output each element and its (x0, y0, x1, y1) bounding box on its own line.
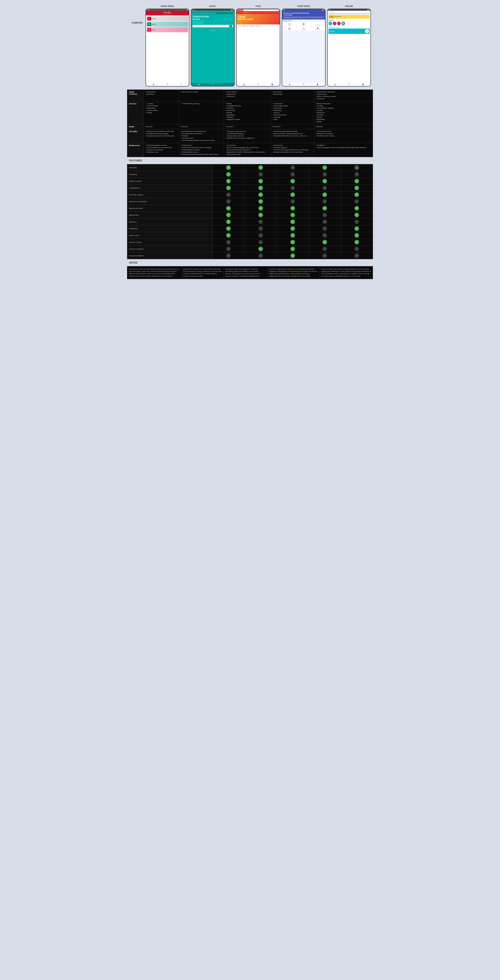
oscar-address: Your address (328, 11, 370, 13)
yh-status: 📶🔋 (322, 10, 324, 11)
app-column-oscar: OSCAR 00:50 📶🔋 Your address 🔍 Quick look (327, 5, 371, 86)
dr-nav: 🏠 🔍 🛒 (146, 83, 189, 86)
feature-label-10: Gamifi- cation (127, 232, 213, 239)
check-green-icon: ✓ (354, 226, 359, 231)
check-green-icon: ✓ (322, 165, 327, 170)
fixo-nav-search: 🔍 (257, 84, 259, 86)
feature-cell-3-2: ✕ (277, 185, 309, 191)
yh-search[interactable]: 🔍 Procure here (283, 16, 324, 19)
feature-cell-13-3: ✕ (309, 252, 341, 259)
oscar-search-placeholder: Quick look (330, 13, 334, 14)
yh-icon-construcao: 🏗️ (283, 23, 296, 25)
check-green-icon: ✓ (290, 247, 295, 251)
feature-cell-10-4: ✓ (341, 232, 373, 239)
dr-nav-home: 🏠 (152, 84, 154, 86)
dr-time: 00:29 (147, 9, 149, 11)
model-yourhero: Freemium+ (271, 124, 314, 129)
check-green-icon: ✓ (290, 220, 295, 224)
feature-cell-1-1: ✕ (244, 171, 276, 178)
fixo-cat-empresas: 🏢 Empresas (249, 25, 255, 27)
oscar-promo-text2: get 1 free! (329, 17, 369, 18)
services-oscar: Beauty, bathrooms AC fixing Security/Ala… (314, 102, 373, 124)
cross-gray-icon: ✕ (259, 240, 263, 244)
feature-cell-0-2: ✕ (277, 164, 309, 171)
fixo-search[interactable]: Onde mora? (243, 10, 279, 11)
feature-cell-4-4: ✓ (341, 191, 373, 198)
oscar-screen: 00:50 📶🔋 Your address 🔍 Quick look Compl… (328, 9, 370, 86)
features-row-3: In-app payment✓✓✕✕✓ (127, 185, 373, 191)
dr-card-icon-1: 🧹 (147, 17, 151, 21)
yh-service-construcao: 🏗️Construção (283, 22, 296, 26)
oscar-cat-laundry: 👕 Laundry (341, 22, 345, 26)
fixo-header: △ FIXO Onde mora? (237, 9, 279, 11)
oscar-promo: Complete 5 services and get 1 free! (329, 15, 370, 19)
services-label: Services (127, 102, 144, 124)
feature-cell-9-2: ✓ (277, 225, 309, 232)
check-green-icon: ✓ (290, 192, 295, 197)
yh-header-bar: 00:48 📶🔋 (282, 9, 325, 11)
feature-cell-8-4: ✕ (341, 218, 373, 225)
app-name-dona-rosa: DONA ROSA (161, 5, 174, 7)
feature-cell-4-3: ✓ (309, 191, 341, 198)
notes-label: NOTES (129, 261, 138, 264)
check-green-icon: ✓ (290, 213, 295, 217)
page-container: Target Personas COMPANY DONA ROSA 00:29 … (125, 0, 375, 281)
feature-cell-10-2: ✓ (277, 232, 309, 239)
phone-mockup-easly: 14:16 📶🔋 ⚠️ Conheça o cartão presente ea… (191, 9, 235, 86)
notes-yourhero: YourHero is generally structured and spe… (267, 266, 320, 279)
check-green-icon: ✓ (226, 172, 231, 177)
features-row-12: customer marketing✕✓✓✕✕ (127, 246, 373, 252)
cross-gray-icon: ✕ (290, 165, 295, 170)
services-easly: Home/building cleaning (179, 102, 224, 124)
feature-cell-9-4: ✓ (341, 225, 373, 232)
feature-cell-5-3: ✕ (309, 198, 341, 205)
oscar-nav-profile: 👤 (362, 84, 364, 86)
model-row: Model Freemium Freemium Freemium+ Freemi… (127, 124, 373, 129)
cross-gray-icon: ✕ (354, 253, 359, 258)
easly-nav-profile: 👤 (226, 84, 228, 86)
target-personas-yourhero: Pet owners Busy people (271, 90, 314, 102)
feature-cell-12-1: ✓ (244, 246, 276, 252)
oscar-cleaning-banner: Cleaning 🧹 (329, 29, 370, 34)
features-row-13: Telecommunications✕✕✓✕✕ (127, 252, 373, 259)
check-green-icon: ✓ (259, 247, 263, 251)
feature-cell-9-1: ✕ (244, 225, 276, 232)
feature-cell-0-0: ✓ (213, 164, 244, 171)
oscar-search[interactable]: 🔍 Quick look (329, 13, 370, 14)
model-dona-rosa: Freemium (144, 124, 179, 129)
feature-cell-12-4: ✕ (341, 246, 373, 252)
notes-table: Dona Rosa services are specifically orie… (127, 266, 373, 279)
feature-cell-12-0: ✕ (213, 246, 244, 252)
fixo-cat-casa: 🏠 Casa (237, 25, 241, 27)
check-green-icon: ✓ (226, 179, 231, 183)
yh-service-remodelacoes: 🔨Remodelações (297, 27, 311, 30)
app-column-your-hero: YOUR HERO 00:48 📶🔋 Encontre o profission… (282, 5, 325, 86)
cross-gray-icon: ✕ (226, 199, 231, 204)
oscar-cat-cleaning: 🧹 Cleaning (329, 22, 332, 26)
easly-input[interactable]: Introduza a sua morada 🔍 (192, 25, 233, 27)
check-green-icon: ✓ (259, 179, 263, 183)
yh-service-eletro: ⚡Eletrodomésticos (311, 22, 325, 26)
check-green-icon: ✓ (226, 206, 231, 210)
feature-cell-11-0: ✕ (213, 239, 244, 246)
feature-cell-2-2: ✓ (277, 178, 309, 185)
app-column-fixo: FIXO △ FIXO Onde mora? NOVO/FIQ ver cand… (236, 5, 280, 86)
yh-icon-eletro: ⚡ (311, 23, 324, 25)
feature-cell-8-1: ✕ (244, 218, 276, 225)
comparison-table-section: Target Personas Homeowners Pet owners Ho… (127, 89, 373, 157)
features-table: Availability✓✓✕✓✓Scheduling✓✕✕✕✕Instant … (127, 164, 373, 259)
oscar-cat-cleaning-label: Cleaning (329, 25, 332, 26)
oscar-cleaning-title: Cleaning (329, 30, 334, 32)
model-fixo: Freemium+ (224, 124, 271, 129)
dr-card-icon-3: ✂️ (147, 28, 151, 32)
feature-cell-5-1: ✓ (244, 198, 276, 205)
features-section-header: FEATURES (127, 158, 373, 164)
services-fixo: Beauty Fumigation/Pest ctrl Plumbing Ani… (224, 102, 271, 124)
yh-icon-mudancas: 🚚 (283, 27, 296, 29)
yh-search-placeholder: 🔍 Procure here (284, 17, 290, 18)
screenshots-section: Target Personas COMPANY DONA ROSA 00:29 … (127, 2, 373, 89)
oscar-cat-hair: ✂️ Hair (333, 22, 337, 26)
feature-cell-5-0: ✕ (213, 198, 244, 205)
easly-search-btn[interactable]: 🔍 (229, 25, 232, 27)
feature-cell-9-3: ✕ (309, 225, 341, 232)
